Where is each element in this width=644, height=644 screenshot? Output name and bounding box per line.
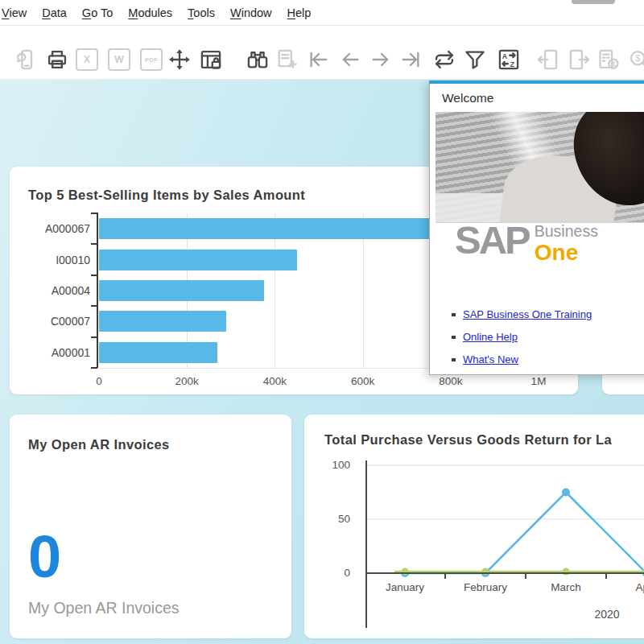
svg-text:A: A <box>502 52 508 60</box>
export-pdf-icon[interactable]: PDF <box>137 47 166 72</box>
bar-axis-tick <box>91 336 97 338</box>
bar-chart-title: Top 5 Best-Selling Items by Sales Amount <box>28 188 305 203</box>
line-month-label: March <box>530 581 602 593</box>
refresh-loop-icon-glyph <box>433 48 456 71</box>
export-word-icon[interactable]: W <box>105 47 134 72</box>
link-sap-business-one-training[interactable]: SAP Business One Training <box>463 308 592 320</box>
bar-I00010[interactable] <box>99 250 297 270</box>
goods-return-point[interactable] <box>402 568 409 576</box>
purchase-vs-return-card: Total Purchase Versus Goods Return for L… <box>304 415 644 638</box>
sort-az-icon[interactable]: AZ <box>494 47 523 72</box>
calculator-coin-icon[interactable]: $ <box>594 47 623 72</box>
document-plus-icon-glyph <box>275 48 298 71</box>
filter-funnel-icon[interactable] <box>460 47 489 72</box>
bar-x-tick-label: 200k <box>175 375 199 387</box>
ar-card-title: My Open AR Invoices <box>28 437 170 452</box>
link-what-s-new[interactable]: What's New <box>463 353 518 365</box>
phone-chat-icon-glyph <box>14 48 37 71</box>
popup-link-row: What's New <box>452 353 592 365</box>
coin-magnifier-icon-glyph: $ <box>628 48 644 71</box>
bar-axis-tick <box>91 213 97 214</box>
sap-logo-text: SAP <box>455 224 529 258</box>
document-arrow-right-icon[interactable] <box>565 47 594 72</box>
bar-A00001[interactable] <box>99 342 217 363</box>
bar-axis-tick <box>91 275 97 276</box>
bullet-icon <box>452 313 456 316</box>
logo-business-text: Business <box>535 224 598 240</box>
bar-A000067[interactable] <box>99 218 433 239</box>
popup-link-row: SAP Business One Training <box>452 308 592 320</box>
line-y-tick-label: 0 <box>304 567 350 579</box>
coin-magnifier-icon[interactable]: $ <box>625 47 644 72</box>
line-y-tick-label: 100 <box>304 459 350 471</box>
bar-category-axis <box>97 213 98 368</box>
goods-return-point[interactable] <box>482 568 489 576</box>
welcome-popup: Welcome SAP Business One SAP Business On… <box>429 80 644 375</box>
previous-record-icon-glyph <box>339 48 361 71</box>
bar-axis-tick <box>91 243 97 245</box>
goods-return-point[interactable] <box>563 568 570 576</box>
popup-link-list: SAP Business One TrainingOnline HelpWhat… <box>452 308 592 376</box>
document-plus-icon[interactable] <box>272 47 301 72</box>
clipped-document-icon[interactable] <box>0 47 2 72</box>
window-lock-icon[interactable] <box>196 47 225 72</box>
export-word-icon-glyph: W <box>108 48 130 71</box>
ar-invoices-count[interactable]: 0 <box>28 527 61 587</box>
window-drag-handle[interactable] <box>572 0 615 4</box>
link-online-help[interactable]: Online Help <box>463 331 518 343</box>
bar-category-label: C00007 <box>10 315 90 328</box>
calculator-coin-icon-glyph: $ <box>597 48 620 71</box>
printer-icon[interactable] <box>43 47 72 72</box>
bar-x-tick-label: 600k <box>351 375 374 387</box>
first-record-icon-glyph <box>308 48 330 71</box>
ar-card-subtitle: My Open AR Invoices <box>28 599 180 617</box>
line-y-tick-label: 50 <box>304 513 350 525</box>
menu-help[interactable]: Help <box>287 6 312 19</box>
menu-data[interactable]: Data <box>42 6 67 19</box>
menu-modules[interactable]: Modules <box>128 6 172 19</box>
refresh-loop-icon[interactable] <box>430 47 459 72</box>
menu-bar: ViewDataGo ToModulesToolsWindowHelp <box>0 0 644 26</box>
sort-az-icon-glyph: AZ <box>497 48 520 71</box>
line-chart-year-label: 2020 <box>575 608 639 621</box>
popup-link-row: Online Help <box>452 331 592 343</box>
first-record-icon[interactable] <box>304 47 333 72</box>
binoculars-find-icon-glyph <box>246 48 269 71</box>
next-record-icon[interactable] <box>366 47 395 72</box>
export-pdf-icon-glyph: PDF <box>140 48 163 71</box>
window-lock-icon-glyph <box>200 48 222 71</box>
bar-axis-tick <box>91 367 97 369</box>
menu-view[interactable]: View <box>2 6 27 19</box>
bar-A00004[interactable] <box>99 280 264 301</box>
bar-C00007[interactable] <box>99 311 226 332</box>
line-month-label: January <box>369 581 441 593</box>
printer-icon-glyph <box>46 48 68 71</box>
four-way-arrows-icon[interactable] <box>165 47 194 72</box>
four-way-arrows-icon-glyph <box>168 48 191 71</box>
last-record-icon-glyph <box>399 48 422 71</box>
bar-category-label: A00001 <box>10 346 90 359</box>
binoculars-find-icon[interactable] <box>243 47 272 72</box>
menu-window[interactable]: Window <box>230 6 272 19</box>
last-record-icon[interactable] <box>396 47 425 72</box>
phone-chat-icon[interactable] <box>11 47 40 72</box>
document-arrow-left-icon[interactable] <box>533 47 562 72</box>
total-purchase-line[interactable] <box>405 493 644 574</box>
bar-category-label: A000067 <box>10 222 90 235</box>
export-excel-icon[interactable]: X <box>72 47 101 72</box>
bar-x-tick-label: 1M <box>531 375 547 387</box>
bar-baseline <box>99 368 434 369</box>
menu-tools[interactable]: Tools <box>188 6 215 19</box>
bullet-icon <box>452 336 456 339</box>
bar-x-tick-label: 400k <box>263 375 287 387</box>
total-purchase-point[interactable] <box>562 489 570 497</box>
bar-x-tick-label: 800k <box>439 375 462 387</box>
previous-record-icon[interactable] <box>336 47 365 72</box>
svg-text:Z: Z <box>510 60 515 68</box>
welcome-photo <box>436 112 644 223</box>
menu-go-to[interactable]: Go To <box>82 6 113 19</box>
bar-category-label: A00004 <box>10 284 90 297</box>
document-arrow-right-icon-glyph <box>568 48 591 71</box>
popup-title: Welcome <box>442 91 493 105</box>
bar-category-label: I00010 <box>10 254 90 266</box>
